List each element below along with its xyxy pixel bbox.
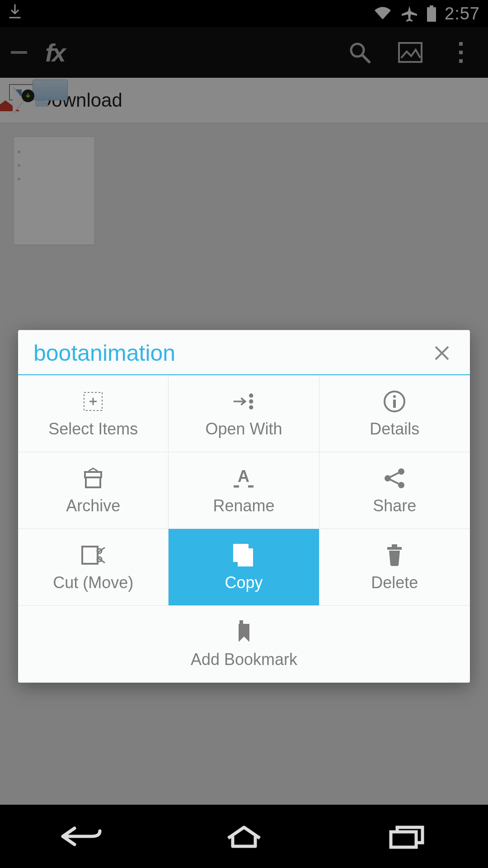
details-icon [382, 389, 407, 414]
action-copy[interactable]: Copy [169, 529, 319, 606]
cut-icon [80, 542, 106, 568]
nav-home-button[interactable] [210, 818, 278, 854]
svg-rect-14 [393, 400, 396, 408]
dialog-header: bootanimation [18, 330, 470, 375]
navigation-bar [0, 805, 488, 868]
delete-icon [382, 542, 407, 568]
action-share-label: Share [373, 496, 416, 515]
select-items-icon [80, 389, 106, 414]
action-archive-label: Archive [66, 496, 120, 515]
bookmark-icon [231, 619, 257, 645]
dialog-close-button[interactable] [429, 340, 455, 366]
svg-point-13 [393, 395, 396, 398]
dialog-title: bootanimation [33, 340, 175, 366]
action-details[interactable]: Details [319, 375, 470, 452]
action-add-bookmark[interactable]: Add Bookmark [18, 606, 470, 683]
action-select-items[interactable]: Select Items [18, 375, 169, 452]
svg-rect-26 [392, 544, 397, 547]
copy-icon [231, 542, 256, 568]
action-details-label: Details [370, 420, 419, 439]
svg-text:A: A [238, 467, 249, 486]
action-rename[interactable]: A Rename [169, 452, 319, 529]
back-icon [56, 823, 106, 850]
action-select-items-label: Select Items [48, 420, 138, 439]
action-share[interactable]: Share [319, 452, 470, 529]
action-open-with[interactable]: Open With [169, 375, 319, 452]
share-icon [382, 466, 407, 491]
svg-point-10 [249, 399, 253, 403]
svg-rect-27 [387, 547, 402, 550]
action-open-with-label: Open With [205, 420, 282, 439]
archive-icon [80, 466, 106, 491]
svg-rect-16 [86, 477, 100, 487]
action-archive[interactable]: Archive [18, 452, 169, 529]
svg-point-19 [385, 475, 391, 481]
action-delete[interactable]: Delete [319, 529, 470, 606]
action-cut[interactable]: Cut (Move) [18, 529, 169, 606]
svg-point-18 [398, 468, 404, 475]
action-cut-label: Cut (Move) [53, 573, 133, 592]
svg-point-9 [249, 393, 253, 397]
svg-rect-21 [82, 547, 98, 564]
home-nav-icon [224, 823, 264, 850]
nav-back-button[interactable] [47, 818, 115, 854]
recents-icon [386, 823, 427, 850]
action-rename-label: Rename [213, 496, 274, 515]
svg-point-11 [249, 405, 253, 409]
action-copy-label: Copy [225, 573, 263, 592]
rename-icon: A [231, 466, 256, 491]
action-add-bookmark-label: Add Bookmark [191, 650, 297, 669]
nav-recents-button[interactable] [373, 818, 441, 854]
svg-point-20 [398, 482, 404, 488]
action-delete-label: Delete [371, 573, 418, 592]
svg-rect-29 [391, 832, 416, 847]
close-icon [433, 344, 451, 362]
open-with-icon [231, 389, 256, 414]
context-menu-dialog: bootanimation Select Items Open With [18, 330, 470, 683]
phone-screen: 2:57 fx Download [0, 0, 488, 868]
